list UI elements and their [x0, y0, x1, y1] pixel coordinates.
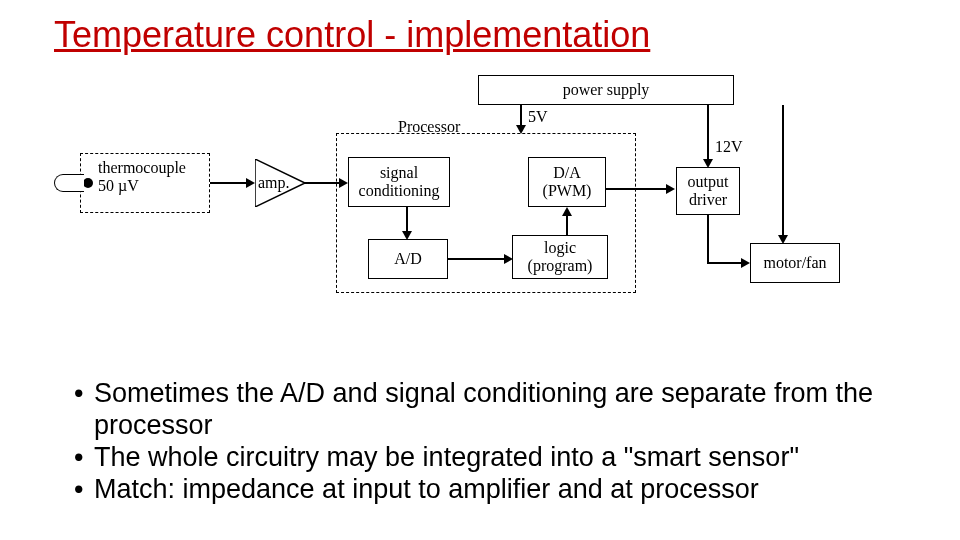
thermocouple-junction	[83, 178, 93, 188]
thermocouple-probe	[54, 174, 84, 192]
text: 50 µV	[98, 177, 139, 194]
bullet-list: • Sometimes the A/D and signal condition…	[74, 378, 886, 505]
thermocouple-label: thermocouple 50 µV	[98, 159, 208, 194]
slide-title: Temperature control - implementation	[54, 14, 650, 56]
wire	[606, 188, 668, 190]
wire	[305, 182, 341, 184]
bullet-item: • Match: impedance at input to amplifier…	[74, 474, 886, 506]
arrowhead	[666, 184, 675, 194]
bullet-marker: •	[74, 442, 94, 474]
wire	[782, 105, 784, 237]
arrowhead	[562, 207, 572, 216]
wire	[448, 258, 506, 260]
text: driver	[689, 191, 727, 209]
wire	[210, 182, 248, 184]
text: output	[688, 173, 729, 191]
bullet-marker: •	[74, 378, 94, 442]
arrowhead	[402, 231, 412, 240]
ad-box: A/D	[368, 239, 448, 279]
amp-label: amp.	[258, 174, 290, 192]
wire	[707, 105, 709, 161]
motor-fan-box: motor/fan	[750, 243, 840, 283]
logic-box: logic (program)	[512, 235, 608, 279]
bullet-item: • Sometimes the A/D and signal condition…	[74, 378, 886, 442]
wire	[406, 207, 408, 233]
wire	[707, 262, 743, 264]
signal-conditioning-box: signal conditioning	[348, 157, 450, 207]
output-driver-box: output driver	[676, 167, 740, 215]
wire	[520, 105, 522, 127]
arrowhead	[339, 178, 348, 188]
text: (PWM)	[543, 182, 592, 200]
label-12v: 12V	[715, 138, 743, 156]
bullet-item: • The whole circuitry may be integrated …	[74, 442, 886, 474]
text: conditioning	[359, 182, 440, 200]
bullet-text: Match: impedance at input to amplifier a…	[94, 474, 759, 506]
wire	[566, 215, 568, 235]
text: signal	[380, 164, 418, 182]
text: (program)	[528, 257, 593, 275]
bullet-text: Sometimes the A/D and signal conditionin…	[94, 378, 886, 442]
power-supply-box: power supply	[478, 75, 734, 105]
arrowhead	[504, 254, 513, 264]
arrowhead	[246, 178, 255, 188]
wire	[707, 215, 709, 262]
bullet-marker: •	[74, 474, 94, 506]
block-diagram: power supply 5V 12V Processor signal con…	[80, 75, 870, 325]
text: logic	[544, 239, 576, 257]
text: thermocouple	[98, 159, 186, 176]
processor-label: Processor	[398, 118, 460, 136]
text: D/A	[553, 164, 581, 182]
label-5v: 5V	[528, 108, 548, 126]
da-box: D/A (PWM)	[528, 157, 606, 207]
bullet-text: The whole circuitry may be integrated in…	[94, 442, 799, 474]
arrowhead	[741, 258, 750, 268]
